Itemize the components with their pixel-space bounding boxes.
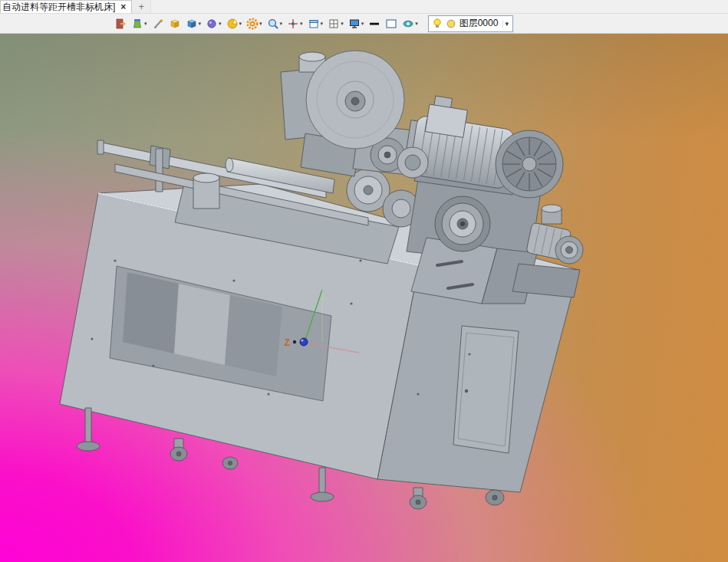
chevron-down-icon[interactable]: ▾ [280, 21, 283, 26]
sketch-pen-glyph [152, 18, 164, 30]
chevron-down-icon[interactable]: ▾ [341, 21, 344, 26]
display-glyph [348, 18, 361, 30]
motor-junction-box [425, 95, 469, 137]
sketch-pen-icon[interactable] [150, 15, 166, 32]
document-tab[interactable]: 自动进料等距开槽非标机床] × [0, 0, 132, 13]
tab-bar: 自动进料等距开槽非标机床] × + [0, 0, 728, 14]
chevron-down-icon[interactable]: ▾ [239, 21, 242, 26]
line-width-icon[interactable] [366, 15, 383, 32]
grid-icon[interactable]: ▾ [325, 15, 346, 32]
bearing-housing [435, 196, 490, 251]
cube-yellow-icon[interactable] [166, 15, 183, 32]
cube-yellow-glyph [169, 18, 181, 30]
background-swatch-glyph [385, 18, 397, 30]
pie-yellow-glyph [226, 18, 239, 30]
saw-blade [306, 51, 404, 149]
render-eye-glyph [402, 18, 414, 30]
origin-sphere [300, 338, 308, 346]
3d-viewport[interactable]: Z [0, 34, 728, 562]
zoom-icon[interactable]: ▾ [265, 15, 285, 32]
gear-icon[interactable]: ▾ [244, 15, 265, 32]
render-eye-icon[interactable]: ▾ [400, 15, 420, 32]
machine-model[interactable]: Z [0, 34, 728, 562]
layer-combobox[interactable]: 图层0000 ▾ [428, 15, 513, 32]
cad-application-window: 自动进料等距开槽非标机床] × + ▾ [0, 0, 728, 562]
chevron-down-icon[interactable]: ▾ [502, 20, 510, 28]
material-icon[interactable]: ▾ [129, 15, 150, 32]
gear-glyph [246, 18, 259, 30]
zoom-glyph [267, 18, 279, 30]
cabinet-door [453, 326, 519, 453]
feature-sphere-glyph [206, 18, 218, 30]
pie-yellow-icon[interactable]: ▾ [224, 15, 245, 32]
exit-glyph [114, 18, 127, 30]
chevron-down-icon[interactable]: ▾ [415, 21, 418, 26]
new-tab-button[interactable]: + [132, 0, 151, 13]
chevron-down-icon[interactable]: ▾ [300, 21, 303, 26]
toolbar: ▾ ▾ [0, 14, 728, 34]
fan-cover [496, 130, 563, 198]
cube-blue-glyph [186, 18, 198, 30]
chevron-down-icon[interactable]: ▾ [219, 21, 222, 26]
exit-icon[interactable] [112, 15, 129, 32]
locate-icon[interactable]: ▾ [285, 15, 305, 32]
chevron-down-icon[interactable]: ▾ [199, 21, 202, 26]
window-select-glyph [308, 18, 320, 30]
background-swatch-icon[interactable] [383, 15, 400, 32]
axis-z-label: Z [285, 337, 290, 348]
window-select-icon[interactable]: ▾ [305, 15, 326, 32]
chevron-down-icon[interactable]: ▾ [144, 21, 147, 26]
display-icon[interactable]: ▾ [346, 15, 367, 32]
line-width-glyph [368, 18, 380, 30]
cube-blue-icon[interactable]: ▾ [183, 15, 204, 32]
feature-sphere-icon[interactable]: ▾ [203, 15, 224, 32]
material-glyph [131, 18, 143, 30]
layer-color-icon [446, 18, 456, 29]
chevron-down-icon[interactable]: ▾ [361, 21, 364, 26]
chevron-down-icon[interactable]: ▾ [321, 21, 324, 26]
tab-close-icon[interactable]: × [120, 2, 126, 12]
light-bulb-icon [432, 18, 443, 29]
locate-glyph [287, 18, 299, 30]
machine-group [60, 51, 583, 509]
tab-title: 自动进料等距开槽非标机床] [2, 1, 115, 14]
chevron-down-icon[interactable]: ▾ [259, 21, 262, 26]
layer-combo-value: 图层0000 [460, 17, 499, 30]
grid-glyph [328, 18, 340, 30]
